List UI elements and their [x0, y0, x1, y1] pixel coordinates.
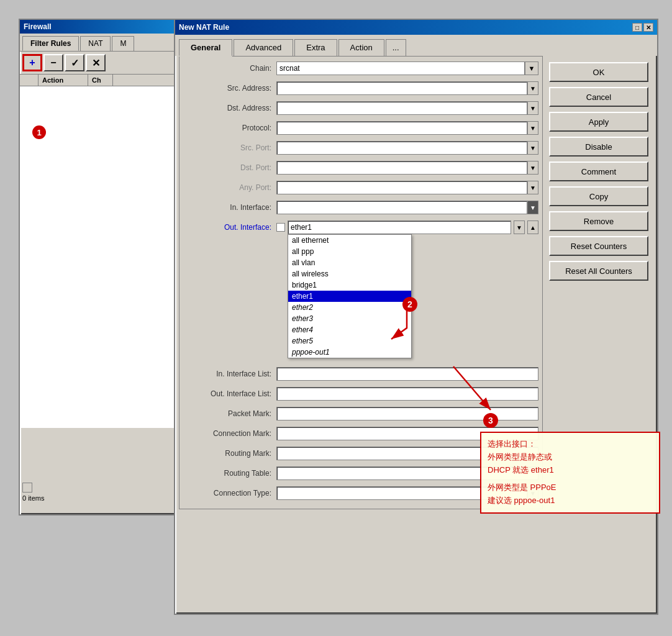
nat-dialog: New NAT Rule □ ✕ General Advanced Extra …: [174, 19, 658, 615]
tab-action[interactable]: Action: [338, 39, 384, 57]
src-address-input[interactable]: [276, 81, 527, 95]
tab-m[interactable]: M: [112, 36, 134, 51]
remove-button[interactable]: Remove: [549, 211, 648, 231]
in-interface-list-input[interactable]: [276, 367, 538, 381]
dropdown-item-all-ppp[interactable]: all ppp: [288, 246, 411, 257]
firewall-title: Firewall: [24, 22, 52, 31]
protocol-wrapper: ▼: [276, 121, 538, 135]
protocol-input[interactable]: [276, 121, 527, 135]
dst-port-label: Dst. Port:: [183, 163, 276, 172]
dst-address-label: Dst. Address:: [183, 104, 276, 112]
dropdown-item-pppoe-out1[interactable]: pppoe-out1: [288, 347, 411, 358]
col-action: Action: [39, 75, 88, 86]
any-port-label: Any. Port:: [183, 183, 276, 192]
chain-input[interactable]: [276, 61, 525, 75]
out-interface-input[interactable]: [288, 220, 511, 234]
dropdown-item-all-ethernet[interactable]: all ethernet: [288, 235, 411, 246]
reset-counters-button[interactable]: Reset Counters: [549, 236, 648, 256]
any-port-arrow[interactable]: ▼: [527, 181, 538, 194]
annotation-line3: DHCP 就选 ether1: [488, 464, 653, 477]
copy-button[interactable]: Copy: [549, 186, 648, 206]
src-port-input[interactable]: [276, 141, 527, 155]
out-interface-down-arrow[interactable]: ▼: [514, 220, 525, 234]
ok-button[interactable]: OK: [549, 62, 648, 82]
dst-address-arrow[interactable]: ▼: [527, 101, 538, 115]
close-button[interactable]: ✕: [643, 23, 653, 32]
src-port-arrow[interactable]: ▼: [527, 141, 538, 155]
dropdown-item-ether4[interactable]: ether4: [288, 324, 411, 335]
chain-dropdown-arrow[interactable]: ▼: [525, 61, 538, 75]
any-port-wrapper: ▼: [276, 181, 538, 194]
out-interface-checkbox[interactable]: [276, 223, 285, 232]
packet-mark-input[interactable]: [276, 407, 538, 420]
badge-1: 1: [32, 125, 46, 139]
connection-type-label: Connection Type:: [183, 489, 276, 497]
dst-port-input[interactable]: [276, 161, 527, 175]
dropdown-item-all-vlan[interactable]: all vlan: [288, 257, 411, 268]
out-interface-list-wrapper: [276, 387, 538, 401]
reset-all-counters-button[interactable]: Reset All Counters: [549, 261, 648, 281]
tab-extra[interactable]: Extra: [294, 39, 337, 57]
in-interface-list-wrapper: [276, 367, 538, 381]
dst-address-wrapper: ▼: [276, 101, 538, 115]
dst-port-wrapper: ▼: [276, 161, 538, 175]
dropdown-item-ether5[interactable]: ether5: [288, 335, 411, 347]
protocol-row: Protocol: ▼: [183, 120, 538, 136]
out-interface-up-arrow[interactable]: ▲: [527, 220, 538, 234]
add-rule-button[interactable]: +: [22, 54, 42, 71]
routing-mark-label: Routing Mark:: [183, 449, 276, 458]
tab-advanced[interactable]: Advanced: [234, 39, 293, 57]
protocol-arrow[interactable]: ▼: [527, 121, 538, 135]
tab-nat[interactable]: NAT: [80, 36, 111, 51]
remove-rule-button[interactable]: −: [43, 54, 63, 71]
src-address-label: Src. Address:: [183, 84, 276, 93]
dst-address-row: Dst. Address: ▼: [183, 100, 538, 116]
in-interface-arrow[interactable]: ▼: [527, 201, 538, 214]
in-interface-label: In. Interface:: [183, 203, 276, 212]
dropdown-item-ether3[interactable]: ether3: [288, 313, 411, 324]
in-interface-wrapper: ▼: [276, 201, 538, 214]
connection-mark-label: Connection Mark:: [183, 429, 276, 438]
out-interface-list-input[interactable]: [276, 387, 538, 401]
disable-button[interactable]: Disable: [549, 137, 648, 157]
dst-port-arrow[interactable]: ▼: [527, 161, 538, 175]
packet-mark-label: Packet Mark:: [183, 409, 276, 418]
x-button[interactable]: ✕: [86, 54, 106, 71]
any-port-input[interactable]: [276, 181, 527, 194]
routing-table-label: Routing Table:: [183, 469, 276, 478]
out-interface-list-label: Out. Interface List:: [183, 389, 276, 398]
dst-address-input[interactable]: [276, 101, 527, 115]
firewall-tabs: Filter Rules NAT M: [20, 34, 185, 52]
protocol-label: Protocol:: [183, 124, 276, 132]
chain-row: Chain: ▼: [183, 60, 538, 76]
src-address-arrow[interactable]: ▼: [527, 81, 538, 95]
dst-port-row: Dst. Port: ▼: [183, 160, 538, 176]
dropdown-item-ether2[interactable]: ether2: [288, 302, 411, 313]
tab-more[interactable]: ...: [386, 39, 406, 57]
dropdown-item-bridge1[interactable]: bridge1: [288, 279, 411, 291]
out-interface-row: Out. Interface: ▼ ▲ all ethernet all ppp…: [183, 219, 538, 235]
in-interface-input[interactable]: [276, 201, 527, 214]
dropdown-item-ether1[interactable]: ether1: [288, 291, 411, 302]
comment-button[interactable]: Comment: [549, 161, 648, 181]
out-interface-wrapper: ▼ ▲ all ethernet all ppp all vlan all wi…: [276, 220, 538, 234]
out-interface-list-row: Out. Interface List:: [183, 386, 538, 402]
nat-tabs: General Advanced Extra Action ...: [175, 35, 657, 56]
check-button[interactable]: ✓: [65, 54, 84, 71]
tab-general[interactable]: General: [179, 39, 232, 57]
in-interface-row: In. Interface: ▼: [183, 199, 538, 216]
scrollbar[interactable]: [22, 483, 32, 493]
in-interface-list-row: In. Interface List:: [183, 366, 538, 382]
src-port-row: Src. Port: ▼: [183, 140, 538, 156]
annotation-box: 选择出接口： 外网类型是静态或 DHCP 就选 ether1 外网类型是 PPP…: [480, 432, 660, 514]
src-port-wrapper: ▼: [276, 141, 538, 155]
apply-button[interactable]: Apply: [549, 112, 648, 132]
cancel-button[interactable]: Cancel: [549, 87, 648, 107]
restore-button[interactable]: □: [632, 23, 642, 32]
src-address-row: Src. Address: ▼: [183, 80, 538, 96]
tab-filter-rules[interactable]: Filter Rules: [22, 36, 79, 51]
annotation-line1: 选择出接口：: [488, 438, 653, 451]
dropdown-item-all-wireless[interactable]: all wireless: [288, 268, 411, 279]
col-num: [20, 75, 39, 86]
nat-titlebar: New NAT Rule □ ✕: [175, 20, 657, 35]
